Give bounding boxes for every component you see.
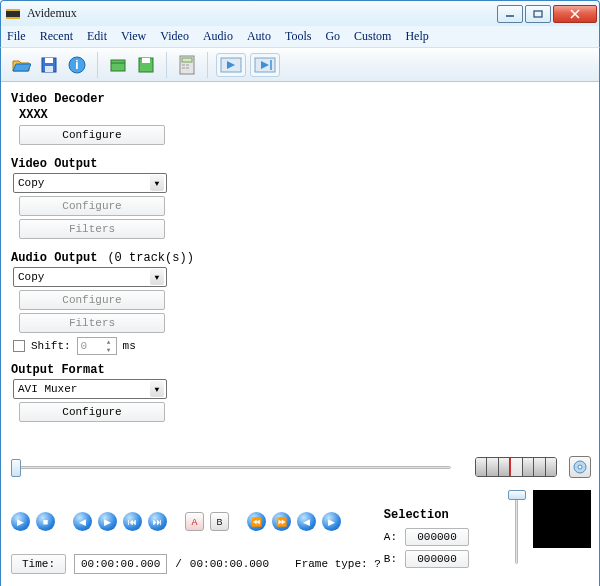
client-area: Video Decoder XXXX Configure Video Outpu… [0, 82, 600, 586]
disc-icon[interactable] [569, 456, 591, 478]
jog-wheel[interactable] [475, 457, 557, 477]
menu-auto[interactable]: Auto [247, 29, 271, 44]
video-output-configure-button[interactable]: Configure [19, 196, 165, 216]
audio-output-heading: Audio Output (0 track(s)) [11, 251, 591, 265]
video-decoder-codec: XXXX [19, 108, 591, 122]
next-frame-button[interactable]: ▶ [98, 512, 117, 531]
svg-rect-1 [6, 9, 20, 11]
chevron-down-icon: ▼ [150, 269, 164, 285]
video-output-heading: Video Output [11, 157, 591, 171]
audio-output-selected: Copy [18, 271, 44, 283]
svg-rect-8 [45, 58, 53, 63]
next-keyframe-button[interactable]: ⏭ [148, 512, 167, 531]
goto-marker-a-button[interactable]: ◀ [297, 512, 316, 531]
goto-end-button[interactable]: ⏩ [272, 512, 291, 531]
stop-button[interactable]: ■ [36, 512, 55, 531]
open-icon[interactable] [9, 53, 33, 77]
svg-rect-2 [6, 17, 20, 19]
volume-slider[interactable] [507, 490, 525, 568]
prev-frame-button[interactable]: ◀ [73, 512, 92, 531]
frame-type-label: Frame type: [295, 558, 368, 570]
volume-thumb[interactable] [508, 490, 526, 500]
menu-audio[interactable]: Audio [203, 29, 233, 44]
info-icon[interactable]: i [65, 53, 89, 77]
toolbar-separator [97, 52, 98, 78]
app-icon [5, 6, 21, 22]
goto-start-button[interactable]: ⏪ [247, 512, 266, 531]
selection-b-value[interactable]: 000000 [405, 550, 469, 568]
audio-shift-spinner[interactable]: 0 ▲▼ [77, 337, 117, 355]
position-slider[interactable] [11, 457, 455, 477]
svg-rect-19 [182, 67, 185, 69]
menu-view[interactable]: View [121, 29, 146, 44]
time-current[interactable]: 00:00:00.000 [74, 554, 167, 574]
prev-keyframe-button[interactable]: ⏮ [123, 512, 142, 531]
toolbar-separator [207, 52, 208, 78]
window-title: Avidemux [27, 6, 495, 21]
video-output-selected: Copy [18, 177, 44, 189]
svg-rect-14 [142, 58, 150, 63]
menu-file[interactable]: File [7, 29, 26, 44]
frame-type-value: ? [374, 558, 381, 570]
open-project-icon[interactable] [106, 53, 130, 77]
selection-a-label: A: [384, 531, 397, 543]
video-output-select[interactable]: Copy ▼ [13, 173, 167, 193]
svg-rect-9 [45, 66, 53, 72]
volume-track [515, 494, 518, 564]
menu-help[interactable]: Help [405, 29, 428, 44]
menu-edit[interactable]: Edit [87, 29, 107, 44]
svg-rect-16 [182, 58, 192, 62]
selection-a-value[interactable]: 000000 [405, 528, 469, 546]
menu-custom[interactable]: Custom [354, 29, 391, 44]
audio-output-filters-button[interactable]: Filters [19, 313, 165, 333]
output-format-select[interactable]: AVI Muxer ▼ [13, 379, 167, 399]
play-button[interactable]: ▶ [11, 512, 30, 531]
chevron-down-icon: ▼ [150, 175, 164, 191]
svg-rect-12 [111, 60, 125, 71]
menu-recent[interactable]: Recent [40, 29, 73, 44]
audio-output-tracks: (0 track(s)) [107, 251, 193, 265]
save-icon[interactable] [37, 53, 61, 77]
selection-b-label: B: [384, 553, 397, 565]
menu-video[interactable]: Video [160, 29, 189, 44]
spin-down-icon[interactable]: ▼ [103, 346, 115, 354]
output-format-heading: Output Format [11, 363, 591, 377]
svg-rect-4 [534, 11, 542, 17]
time-separator: / [175, 558, 182, 570]
close-button[interactable] [553, 5, 597, 23]
set-marker-b-button[interactable]: B [210, 512, 229, 531]
svg-point-27 [578, 465, 582, 469]
video-decoder-heading: Video Decoder [11, 92, 591, 106]
menu-go[interactable]: Go [325, 29, 340, 44]
video-decoder-configure-button[interactable]: Configure [19, 125, 165, 145]
set-marker-a-button[interactable]: A [185, 512, 204, 531]
time-button[interactable]: Time: [11, 554, 66, 574]
output-format-configure-button[interactable]: Configure [19, 402, 165, 422]
toolbar-separator [166, 52, 167, 78]
transport-controls: ▶ ■ ◀ ▶ ⏮ ⏭ A B ⏪ ⏩ ◀ ▶ [11, 512, 341, 531]
goto-marker-b-button[interactable]: ▶ [322, 512, 341, 531]
svg-rect-20 [186, 67, 189, 69]
maximize-button[interactable] [525, 5, 551, 23]
audio-shift-checkbox[interactable] [13, 340, 25, 352]
video-output-filters-button[interactable]: Filters [19, 219, 165, 239]
svg-rect-17 [182, 64, 185, 66]
play-output-icon[interactable] [250, 53, 280, 77]
calculator-icon[interactable] [175, 53, 199, 77]
save-project-icon[interactable] [134, 53, 158, 77]
spin-up-icon[interactable]: ▲ [103, 338, 115, 346]
window-titlebar: Avidemux [0, 0, 600, 26]
play-input-icon[interactable] [216, 53, 246, 77]
slider-track [15, 466, 451, 469]
audio-shift-value: 0 [81, 340, 88, 352]
slider-thumb[interactable] [11, 459, 21, 477]
minimize-button[interactable] [497, 5, 523, 23]
selection-block: Selection A: 000000 B: 000000 [384, 508, 469, 572]
time-total: 00:00:00.000 [190, 558, 269, 570]
audio-output-configure-button[interactable]: Configure [19, 290, 165, 310]
audio-output-select[interactable]: Copy ▼ [13, 267, 167, 287]
audio-shift-unit: ms [123, 340, 136, 352]
svg-rect-18 [186, 64, 189, 66]
audio-shift-label: Shift: [31, 340, 71, 352]
menu-tools[interactable]: Tools [285, 29, 312, 44]
